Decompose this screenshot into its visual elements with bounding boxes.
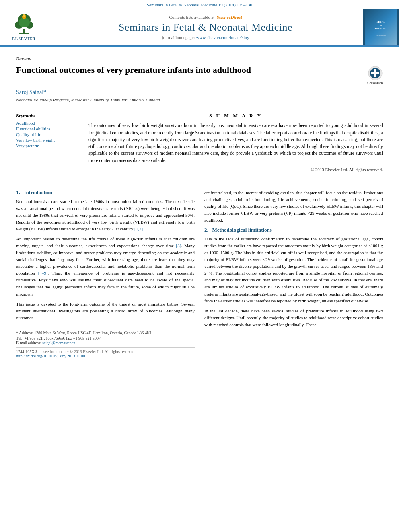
section1-para2: An important reason to determine the lif… [16,236,195,297]
svg-rect-1 [19,33,29,34]
section1-title: 1. Introduction [16,189,195,196]
journal-cover-image: FETAL&NEONAT... Seminars in [365,9,397,45]
copyright: © 2013 Elsevier Ltd. All rights reserved… [88,167,383,172]
footer-address-label: * Address: [16,331,34,335]
keyword-5: Very preterm [16,143,80,148]
crossmark-badge[interactable]: CrossMark [367,66,383,85]
footer-issn: 1744-165X/$ — see front matter © 2013 El… [16,349,195,354]
body-col-left: 1. Introduction Neonatal intensive care … [16,189,195,358]
article-wrapper: Review Functional outcomes of very prema… [0,47,399,370]
journal-header: ELSEVIER Contents lists available at Sci… [0,9,399,46]
journal-cover-area: FETAL&NEONAT... Seminars in [363,9,399,45]
author-name: Saroj Saigal* [16,89,383,96]
keyword-2: Functional abilities [16,126,80,131]
keyword-4: Very low birth weight [16,138,80,142]
elsevier-logo: ELSEVIER [12,14,36,41]
article-title-row: Functional outcomes of very premature in… [16,64,383,85]
article-section-divider [16,183,383,183]
section2-name: Methodological limitations [212,227,272,233]
article-footer: * Address: 1280 Main St West, Room HSC 4… [16,328,195,358]
keywords-title: Keywords: [16,113,80,119]
ref-3[interactable]: [3] [176,243,181,248]
section1-para1: Neonatal intensive care started in the l… [16,198,195,232]
article-top-divider [16,108,383,108]
affiliation: Neonatal Follow-up Program, McMaster Uni… [16,97,383,102]
sciencedirect-line: Contents lists available at ScienceDirec… [169,15,242,20]
journal-citation: Seminars in Fetal & Neonatal Medicine 19… [147,2,252,7]
section1-name: Introduction [24,189,53,195]
elsevier-brand-label: ELSEVIER [12,37,36,41]
section1-para3: This issue is devoted to the long-term o… [16,301,195,321]
keywords-summary-section: Keywords: Adulthood Functional abilities… [16,113,383,178]
ref-4-9[interactable]: [4–9] [38,271,48,275]
footer-email: E-mail address: saigal@mcmaster.ca. [16,341,195,345]
sciencedirect-link[interactable]: ScienceDirect [217,15,242,20]
author-name-text: Saroj Saigal* [16,89,46,95]
elsevier-tree-icon [12,14,36,36]
cover-label: FETAL&NEONAT... [373,18,389,32]
section2-para1: Due to the lack of ultrasound confirmati… [204,236,383,304]
footer-tel: Tel.: +1 905 521 2100x76959; fax: +1 905… [16,336,195,341]
svg-rect-11 [371,72,379,74]
article-body: 1. Introduction Neonatal intensive care … [16,189,383,358]
journal-citation-bar: Seminars in Fetal & Neonatal Medicine 19… [0,0,399,9]
section2-number: 2. [204,227,208,233]
section2-title: 2. Methodological limitations [204,227,383,233]
footer-links: 1744-165X/$ — see front matter © 2013 El… [16,347,195,358]
footer-address: * Address: 1280 Main St West, Room HSC 4… [16,331,195,335]
summary-title: S U M M A R Y [88,113,383,119]
crossmark-label: CrossMark [367,81,383,85]
footer-email-label: E-mail address: [16,341,42,345]
journal-title: Seminars in Fetal & Neonatal Medicine [119,21,292,33]
cover-subtitle: Seminars in [376,34,386,36]
section1-number: 1. [16,189,20,195]
body-col-right: are interrelated, in the interest of avo… [204,189,383,358]
keyword-1: Adulthood [16,121,80,125]
homepage-prefix: journal homepage: [162,35,196,40]
summary-text: The outcomes of very low birth weight su… [88,122,383,164]
journal-homepage: journal homepage: www.elsevier.com/locat… [162,35,249,40]
svg-point-7 [23,14,25,17]
keyword-3: Quality of life [16,132,80,137]
footer-email-value[interactable]: saigal@mcmaster.ca. [42,341,76,345]
summary-col: S U M M A R Y The outcomes of very low b… [88,113,383,178]
crossmark-icon [368,66,383,80]
sciencedirect-prefix: Contents lists available at [169,15,214,20]
footer-doi[interactable]: http://dx.doi.org/10.1016/j.siny.2013.11… [16,354,195,358]
homepage-url[interactable]: www.elsevier.com/locate/siny [196,35,249,40]
ref-1[interactable]: [1,2] [134,226,143,231]
journal-info: Contents lists available at ScienceDirec… [48,9,363,45]
article-type: Review [16,55,383,62]
article-title-text: Functional outcomes of very premature in… [16,64,367,76]
footer-address-text: 1280 Main St West, Room HSC 4F, Hamilton… [34,331,153,335]
elsevier-logo-area: ELSEVIER [0,9,48,45]
section2-para2: In the last decade, there have been seve… [204,308,383,328]
keywords-col: Keywords: Adulthood Functional abilities… [16,113,80,178]
section1-right-para: are interrelated, in the interest of avo… [204,189,383,224]
